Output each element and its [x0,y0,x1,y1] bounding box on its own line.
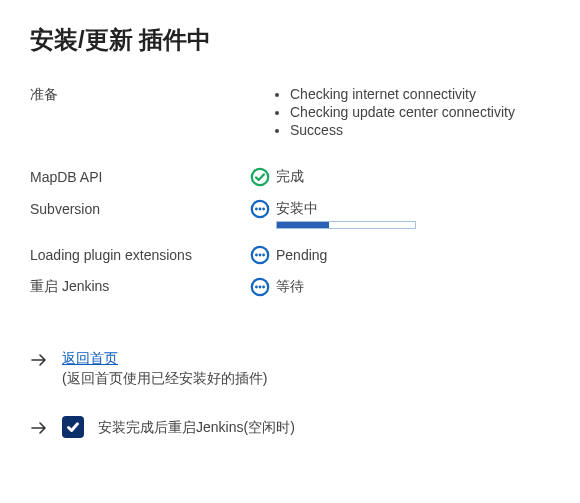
check-circle-icon [250,167,270,187]
svg-point-3 [259,208,262,211]
preparation-label: 准备 [30,86,250,104]
progress-bar-fill [277,222,329,228]
restart-checkbox[interactable] [62,416,84,438]
restart-checkbox-label: 安装完成后重启Jenkins(空闲时) [98,416,295,438]
pending-circle-icon [250,245,270,265]
back-home-link[interactable]: 返回首页 [62,350,267,368]
preparation-list: Checking internet connectivity Checking … [250,86,515,140]
task-status-text: 安装中 [276,200,318,218]
task-name: 重启 Jenkins [30,278,250,296]
footer: 返回首页 (返回首页使用已经安装好的插件) 安装完成后重启Jenkins(空闲时… [30,350,550,438]
task-row: Loading plugin extensions Pending [30,240,550,270]
svg-point-12 [262,286,265,289]
task-status-text: 等待 [276,278,304,296]
back-home-hint: (返回首页使用已经安装好的插件) [62,370,267,388]
loading-circle-icon [250,199,270,219]
progress-bar [276,221,416,229]
arrow-right-icon [30,351,48,369]
svg-point-7 [259,254,262,257]
task-name: Subversion [30,201,250,217]
preparation-item: Success [290,122,515,138]
task-status-text: Pending [276,247,327,263]
task-status-text: 完成 [276,168,304,186]
task-row: Subversion 安装中 [30,194,550,224]
task-name: Loading plugin extensions [30,247,250,263]
svg-point-11 [259,286,262,289]
page-title: 安装/更新 插件中 [30,24,550,56]
restart-row: 安装完成后重启Jenkins(空闲时) [30,416,550,438]
preparation-item: Checking update center connectivity [290,104,515,120]
preparation-item: Checking internet connectivity [290,86,515,102]
back-row: 返回首页 (返回首页使用已经安装好的插件) [30,350,550,388]
task-name: MapDB API [30,169,250,185]
svg-point-8 [262,254,265,257]
task-row: MapDB API 完成 [30,162,550,192]
svg-point-2 [255,208,258,211]
preparation-row: 准备 Checking internet connectivity Checki… [30,86,550,140]
svg-point-4 [262,208,265,211]
svg-point-10 [255,286,258,289]
task-row: 重启 Jenkins 等待 [30,272,550,302]
svg-point-6 [255,254,258,257]
pending-circle-icon [250,277,270,297]
arrow-right-icon [30,419,48,437]
